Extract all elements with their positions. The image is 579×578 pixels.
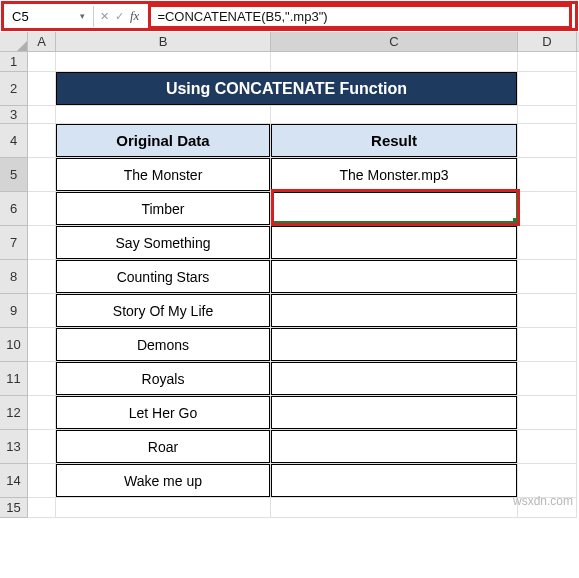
active-cell[interactable]: The Monster.mp3 <box>271 158 518 192</box>
cell[interactable] <box>28 260 56 294</box>
data-cell[interactable] <box>271 464 518 498</box>
cell[interactable] <box>271 52 518 72</box>
row-9: 9 Story Of My Life <box>0 294 579 328</box>
cell[interactable] <box>28 362 56 396</box>
row-header[interactable]: 3 <box>0 106 28 124</box>
cell[interactable] <box>28 430 56 464</box>
col-header-a[interactable]: A <box>28 32 56 51</box>
cell[interactable] <box>518 192 577 226</box>
watermark: wsxdn.com <box>513 494 573 508</box>
formula-bar[interactable]: =CONCATENATE(B5,".mp3") <box>148 4 572 29</box>
row-header[interactable]: 7 <box>0 226 28 260</box>
cell[interactable] <box>28 328 56 362</box>
cell[interactable] <box>271 498 518 518</box>
data-cell[interactable]: Let Her Go <box>56 396 271 430</box>
cell[interactable] <box>518 362 577 396</box>
select-all-corner[interactable] <box>0 32 28 51</box>
accept-icon[interactable]: ✓ <box>115 10 124 23</box>
cell[interactable] <box>28 106 56 124</box>
cell[interactable] <box>518 52 577 72</box>
col-header-c[interactable]: C <box>271 32 518 51</box>
row-3: 3 <box>0 106 579 124</box>
cell[interactable] <box>28 192 56 226</box>
cell[interactable] <box>271 106 518 124</box>
cell[interactable] <box>28 294 56 328</box>
cell[interactable] <box>518 464 577 498</box>
cell[interactable] <box>28 226 56 260</box>
cell[interactable] <box>28 52 56 72</box>
cell[interactable] <box>28 464 56 498</box>
col-header-b[interactable]: B <box>56 32 271 51</box>
table-header-cell[interactable]: Original Data <box>56 124 271 158</box>
row-5: 5 The Monster The Monster.mp3 <box>0 158 579 192</box>
row-header[interactable]: 15 <box>0 498 28 518</box>
fx-icon[interactable]: fx <box>130 8 139 24</box>
cell[interactable] <box>518 124 577 158</box>
row-11: 11 Royals <box>0 362 579 396</box>
data-cell[interactable] <box>271 226 518 260</box>
data-cell[interactable]: Timber <box>56 192 271 226</box>
row-4: 4 Original Data Result <box>0 124 579 158</box>
cell[interactable] <box>28 396 56 430</box>
cell[interactable] <box>518 430 577 464</box>
row-header[interactable]: 5 <box>0 158 28 192</box>
name-box-value: C5 <box>12 9 29 24</box>
row-header[interactable]: 6 <box>0 192 28 226</box>
data-cell[interactable]: Counting Stars <box>56 260 271 294</box>
row-15: 15 <box>0 498 579 518</box>
data-cell[interactable] <box>271 192 518 226</box>
formula-controls: ✕ ✓ fx <box>94 8 145 24</box>
data-cell[interactable] <box>271 294 518 328</box>
chevron-down-icon[interactable]: ▾ <box>80 11 85 21</box>
data-cell[interactable]: Roar <box>56 430 271 464</box>
row-header[interactable]: 2 <box>0 72 28 106</box>
name-box[interactable]: C5 ▾ <box>4 6 94 27</box>
cell[interactable] <box>518 396 577 430</box>
cancel-icon[interactable]: ✕ <box>100 10 109 23</box>
row-13: 13 Roar <box>0 430 579 464</box>
data-cell[interactable]: Demons <box>56 328 271 362</box>
row-6: 6 Timber <box>0 192 579 226</box>
row-header[interactable]: 8 <box>0 260 28 294</box>
cell[interactable] <box>56 106 271 124</box>
cell[interactable] <box>518 72 577 106</box>
row-8: 8 Counting Stars <box>0 260 579 294</box>
cell[interactable] <box>56 498 271 518</box>
cell[interactable] <box>28 158 56 192</box>
row-header[interactable]: 14 <box>0 464 28 498</box>
data-cell[interactable]: Say Something <box>56 226 271 260</box>
row-header[interactable]: 13 <box>0 430 28 464</box>
cell[interactable] <box>56 52 271 72</box>
cell[interactable] <box>518 106 577 124</box>
row-header[interactable]: 1 <box>0 52 28 72</box>
cell[interactable] <box>518 158 577 192</box>
row-header[interactable]: 4 <box>0 124 28 158</box>
column-headers: A B C D <box>0 32 579 52</box>
table-header-cell[interactable]: Result <box>271 124 518 158</box>
data-cell[interactable]: Story Of My Life <box>56 294 271 328</box>
data-cell[interactable] <box>271 362 518 396</box>
cell[interactable] <box>28 498 56 518</box>
sheet-title: Using CONCATENATE Function <box>56 72 517 105</box>
data-cell[interactable]: The Monster <box>56 158 271 192</box>
cell[interactable] <box>518 260 577 294</box>
row-header[interactable]: 9 <box>0 294 28 328</box>
row-header[interactable]: 10 <box>0 328 28 362</box>
cell[interactable] <box>28 72 56 106</box>
data-cell[interactable]: Wake me up <box>56 464 271 498</box>
row-10: 10 Demons <box>0 328 579 362</box>
data-cell[interactable] <box>271 260 518 294</box>
data-cell[interactable] <box>271 396 518 430</box>
cell[interactable] <box>518 226 577 260</box>
data-cell[interactable]: Royals <box>56 362 271 396</box>
col-header-d[interactable]: D <box>518 32 577 51</box>
row-header[interactable]: 12 <box>0 396 28 430</box>
cell[interactable] <box>28 124 56 158</box>
cell[interactable] <box>518 294 577 328</box>
title-cell[interactable]: Using CONCATENATE Function <box>56 72 518 106</box>
row-7: 7 Say Something <box>0 226 579 260</box>
data-cell[interactable] <box>271 328 518 362</box>
row-header[interactable]: 11 <box>0 362 28 396</box>
data-cell[interactable] <box>271 430 518 464</box>
cell[interactable] <box>518 328 577 362</box>
